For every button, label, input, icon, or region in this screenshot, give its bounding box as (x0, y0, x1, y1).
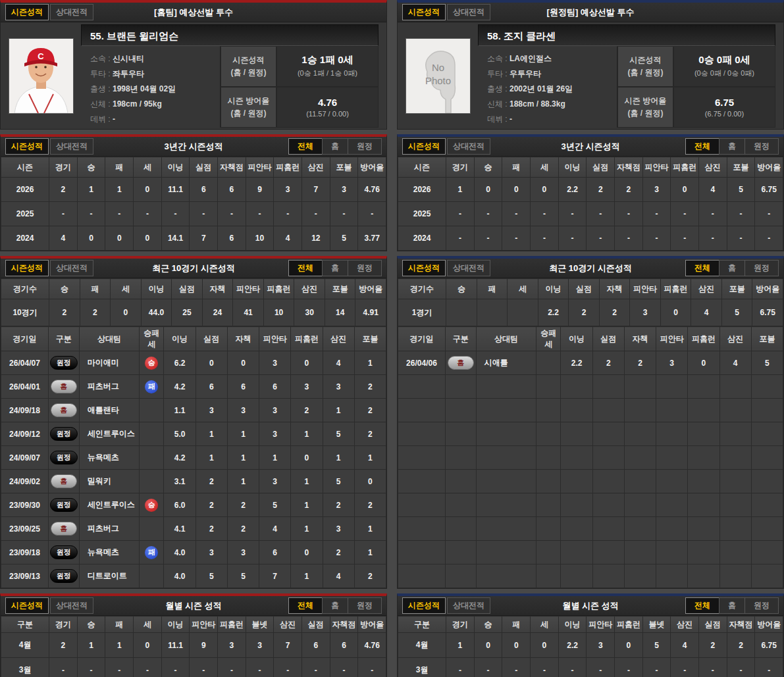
stat-cell: 1 (354, 517, 386, 541)
column-header: 자책 (599, 279, 630, 299)
opponent-name: 뉴욕메츠 (79, 541, 139, 564)
filter-tab-home[interactable]: 홈 (719, 260, 745, 276)
column-header: 승 (49, 279, 80, 299)
player-photo: C (9, 38, 74, 114)
tab-season-stats[interactable]: 시즌성적 (5, 597, 49, 614)
game-date: 24/09/02 (1, 470, 49, 493)
stat-cell (592, 541, 624, 564)
column-header: 피안타 (587, 616, 615, 633)
tab-season-stats[interactable]: 시즌성적 (402, 260, 446, 276)
column-header: 승 (77, 157, 105, 178)
opponent-name (476, 564, 536, 588)
stat-cell: - (642, 226, 671, 251)
filter-tab-home[interactable]: 홈 (322, 260, 348, 276)
filter-tab-all[interactable]: 전체 (685, 597, 719, 614)
stat-cell: - (671, 202, 699, 226)
stat-cell: 3 (642, 178, 671, 202)
game-date: 23/09/30 (1, 493, 49, 517)
stat-cell: 3.77 (358, 226, 386, 251)
tab-head-to-head[interactable]: 상대전적 (50, 138, 93, 155)
tab-season-stats[interactable]: 시즌성적 (5, 138, 49, 155)
stat-cell: 0 (77, 226, 105, 251)
filter-tab-home[interactable]: 홈 (322, 138, 348, 155)
filter-tab-all[interactable]: 전체 (288, 260, 323, 276)
player-card: No Photo 58. 조지 클라센 소속 : LA에인절스투타 : 우투우타… (398, 22, 783, 129)
stat-cell: 2 (569, 299, 600, 326)
table-row: 23/09/13원정디트로이트4.0557142 (1, 564, 386, 588)
stat-cell (624, 493, 656, 517)
column-header: 경기 (446, 616, 475, 633)
stat-sub-value: (0승 1패 / 1승 0패) (298, 68, 357, 78)
filter-tab-away[interactable]: 원정 (348, 138, 382, 155)
filter-tab-home[interactable]: 홈 (719, 138, 745, 155)
column-header: 이닝 (561, 327, 592, 351)
filter-tab-away[interactable]: 원정 (348, 260, 382, 276)
stat-cell: 7 (190, 226, 218, 251)
stat-cell: 2 (354, 493, 386, 517)
tab-head-to-head[interactable]: 상대전적 (447, 4, 490, 20)
table-row: 2025------------ (398, 202, 783, 226)
filter-tab-all[interactable]: 전체 (288, 138, 323, 155)
tab-head-to-head[interactable]: 상대전적 (50, 597, 93, 614)
tab-season-stats[interactable]: 시즌성적 (402, 138, 446, 155)
opponent-name: 마이애미 (79, 351, 139, 375)
stat-cell (751, 375, 783, 399)
venue-badge: 원정 (50, 545, 78, 559)
stat-cell: 2 (323, 541, 354, 564)
filter-tab-all[interactable]: 전체 (685, 138, 719, 155)
column-header: 경기일 (1, 327, 49, 351)
stat-cell: 3 (227, 399, 259, 422)
stat-cell (688, 399, 719, 422)
detail-separator: : (106, 114, 113, 124)
filter-tab-away[interactable]: 원정 (745, 260, 779, 276)
stat-cell (656, 493, 688, 517)
result-cell (536, 375, 561, 399)
tab-head-to-head[interactable]: 상대전적 (50, 4, 93, 20)
column-header: 피홈런 (274, 157, 302, 178)
stat-cell (688, 470, 719, 493)
stat-cell: - (531, 226, 559, 251)
column-header: 피안타 (630, 279, 661, 299)
filter-tab-all[interactable]: 전체 (685, 260, 719, 276)
game-date (398, 446, 446, 470)
stat-cell (592, 470, 624, 493)
home-pitcher-panel: 시즌성적 상대전적 [홈팀] 예상선발 투수 (0, 0, 387, 677)
stat-cell: - (358, 658, 386, 677)
filter-tab-all[interactable]: 전체 (288, 597, 323, 614)
detail-separator: : (503, 114, 510, 124)
filter-tab-away[interactable]: 원정 (745, 138, 779, 155)
game-date: 26/04/01 (1, 375, 49, 399)
filter-tab-home[interactable]: 홈 (719, 597, 745, 614)
game-date (398, 564, 446, 588)
venue-cell: 원정 (48, 564, 79, 588)
tab-head-to-head[interactable]: 상대전적 (447, 138, 490, 155)
filter-tab-group: 전체 홈 원정 (685, 138, 779, 155)
filter-tab-away[interactable]: 원정 (348, 597, 382, 614)
section-header: 시즌성적 상대전적 월별 시즌 성적 전체 홈 원정 (1, 596, 386, 616)
stat-cell: 1 (354, 446, 386, 470)
tab-head-to-head[interactable]: 상대전적 (50, 260, 93, 276)
filter-tab-home[interactable]: 홈 (322, 597, 348, 614)
tab-season-stats[interactable]: 시즌성적 (402, 4, 446, 20)
result-cell (140, 399, 164, 422)
column-header: 세 (531, 157, 559, 178)
tab-season-stats[interactable]: 시즌성적 (402, 597, 446, 614)
column-header: 삼진 (302, 157, 330, 178)
column-header: 방어율 (752, 279, 783, 299)
column-header: 실점 (172, 279, 203, 299)
table-header-row: 구분경기승패세이닝피안타피홈런볼넷삼진실점자책점방어율 (398, 616, 783, 633)
column-header: 실점 (569, 279, 600, 299)
opponent-name (476, 375, 536, 399)
table-header-row: 경기일구분상대팀승패세이닝실점자책피안타피홈런삼진포볼 (1, 327, 386, 351)
stat-cell: 0 (502, 178, 531, 202)
stat-cell: - (246, 658, 274, 677)
stat-cell (477, 299, 508, 326)
tab-head-to-head[interactable]: 상대전적 (447, 597, 490, 614)
filter-tab-away[interactable]: 원정 (745, 597, 779, 614)
tab-head-to-head[interactable]: 상대전적 (447, 260, 490, 276)
tab-season-stats[interactable]: 시즌성적 (5, 4, 49, 20)
column-header: 패 (502, 157, 531, 178)
opponent-name (476, 399, 536, 422)
tab-season-stats[interactable]: 시즌성적 (5, 260, 49, 276)
table-row: 1경기2.22230456.75 (398, 299, 783, 326)
